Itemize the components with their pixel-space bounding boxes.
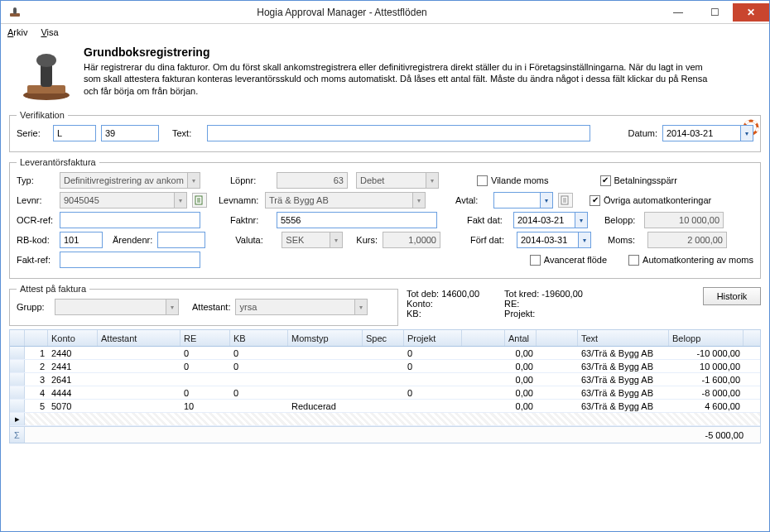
cell-text[interactable]: 63/Trä & Bygg AB bbox=[578, 388, 669, 398]
ovriga-auto-checkbox[interactable]: ✔ Övriga automatkonteringar bbox=[590, 195, 711, 206]
levnr-select[interactable] bbox=[60, 192, 174, 208]
betalsparr-checkbox[interactable]: ✔ Betalningsspärr bbox=[600, 175, 677, 186]
debkred-dropdown[interactable]: ▾ bbox=[426, 172, 439, 189]
levnr-lookup-button[interactable] bbox=[192, 193, 207, 208]
grupp-select[interactable] bbox=[55, 299, 166, 315]
row-handle[interactable] bbox=[10, 400, 25, 412]
avtal-dropdown[interactable]: ▾ bbox=[540, 192, 553, 208]
cell-antal[interactable]: 0,00 bbox=[462, 375, 537, 385]
datum-dropdown[interactable]: ▾ bbox=[740, 125, 753, 141]
avancerat-flode-label: Avancerat flöde bbox=[544, 255, 607, 265]
cell-re[interactable]: 0 bbox=[180, 362, 230, 371]
table-row[interactable]: 1 2440 0 0 0 0,00 63/Trä & Bygg AB -10 0… bbox=[10, 347, 760, 360]
serie-input[interactable] bbox=[53, 125, 96, 141]
faktref-input[interactable] bbox=[60, 252, 200, 268]
typ-dropdown[interactable]: ▾ bbox=[187, 172, 200, 189]
cell-projekt[interactable]: 0 bbox=[404, 362, 462, 371]
cell-momstyp[interactable]: Reducerad bbox=[288, 401, 363, 411]
avtal-lookup-button[interactable] bbox=[558, 193, 573, 208]
cell-text[interactable]: 63/Trä & Bygg AB bbox=[578, 401, 669, 411]
cell-text[interactable]: 63/Trä & Bygg AB bbox=[578, 362, 669, 371]
historik-button[interactable]: Historik bbox=[703, 287, 761, 305]
cell-kb[interactable]: 0 bbox=[230, 388, 288, 398]
maximize-button[interactable]: ☐ bbox=[696, 3, 733, 22]
table-row[interactable]: 4 4444 0 0 0 0,00 63/Trä & Bygg AB -8 00… bbox=[10, 386, 760, 400]
table-row[interactable]: 5 5070 10 Reducerad 0,00 63/Trä & Bygg A… bbox=[10, 400, 760, 413]
attestant-dropdown[interactable]: ▾ bbox=[354, 299, 368, 315]
levnamn-select[interactable] bbox=[265, 192, 412, 208]
cell-belopp[interactable]: 4 600,00 bbox=[669, 401, 744, 411]
cell-konto[interactable]: 5070 bbox=[48, 401, 98, 411]
forfdat-dropdown[interactable]: ▾ bbox=[578, 232, 591, 248]
faktdat-input[interactable] bbox=[513, 212, 575, 228]
cell-belopp[interactable]: 10 000,00 bbox=[669, 362, 744, 371]
menu-visa[interactable]: Visa bbox=[41, 27, 58, 37]
sigma-icon: Σ bbox=[10, 427, 25, 443]
cell-text[interactable]: 63/Trä & Bygg AB bbox=[578, 375, 669, 385]
cell-kb[interactable]: 0 bbox=[230, 362, 288, 371]
cell-konto[interactable]: 2440 bbox=[48, 348, 98, 358]
minimize-button[interactable]: — bbox=[660, 3, 696, 22]
datum-input[interactable] bbox=[662, 125, 740, 141]
cell-konto[interactable]: 4444 bbox=[48, 388, 98, 398]
avancerat-flode-checkbox[interactable]: Avancerat flöde bbox=[530, 255, 607, 266]
vilande-moms-checkbox[interactable]: Vilande moms bbox=[477, 175, 549, 186]
menu-arkiv[interactable]: Arkiv bbox=[7, 27, 27, 37]
cell-re[interactable]: 0 bbox=[180, 348, 230, 358]
col-text[interactable]: Text bbox=[578, 330, 669, 346]
col-spec[interactable]: Spec bbox=[363, 330, 404, 346]
cell-projekt[interactable]: 0 bbox=[404, 348, 462, 358]
cell-antal[interactable]: 0,00 bbox=[462, 401, 537, 411]
col-handle[interactable] bbox=[10, 330, 25, 346]
col-re[interactable]: RE bbox=[180, 330, 230, 346]
cell-re[interactable]: 10 bbox=[180, 401, 230, 411]
col-row[interactable] bbox=[25, 330, 48, 346]
avtal-select[interactable] bbox=[493, 192, 540, 208]
cell-belopp[interactable]: -1 600,00 bbox=[669, 375, 744, 385]
typ-select[interactable] bbox=[60, 172, 187, 189]
row-handle[interactable] bbox=[10, 386, 25, 399]
cell-projekt[interactable]: 0 bbox=[404, 388, 462, 398]
grupp-dropdown[interactable]: ▾ bbox=[166, 299, 179, 315]
grid-new-row[interactable]: ▸ bbox=[10, 413, 760, 426]
cell-antal[interactable]: 0,00 bbox=[462, 362, 537, 371]
cell-antal[interactable]: 0,00 bbox=[462, 348, 537, 358]
forfdat-input[interactable] bbox=[517, 232, 578, 248]
cell-kb[interactable]: 0 bbox=[230, 348, 288, 358]
cell-konto[interactable]: 2641 bbox=[48, 375, 98, 385]
row-handle[interactable] bbox=[10, 373, 25, 386]
valuta-dropdown[interactable]: ▾ bbox=[330, 232, 343, 248]
arendenr-input[interactable] bbox=[157, 232, 205, 248]
cell-antal[interactable]: 0,00 bbox=[462, 388, 537, 398]
col-projekt[interactable]: Projekt bbox=[404, 330, 462, 346]
cell-belopp[interactable]: -8 000,00 bbox=[669, 388, 744, 398]
col-momstyp[interactable]: Momstyp bbox=[288, 330, 363, 346]
faktdat-dropdown[interactable]: ▾ bbox=[575, 212, 588, 228]
row-handle[interactable] bbox=[10, 347, 25, 359]
levnamn-dropdown[interactable]: ▾ bbox=[412, 192, 426, 208]
col-attestant[interactable]: Attestant bbox=[98, 330, 180, 346]
text-input[interactable] bbox=[207, 125, 590, 141]
valuta-select[interactable] bbox=[282, 232, 330, 248]
table-row[interactable]: 2 2441 0 0 0 0,00 63/Trä & Bygg AB 10 00… bbox=[10, 360, 760, 373]
col-belopp[interactable]: Belopp bbox=[669, 330, 744, 346]
rbkod-input[interactable] bbox=[60, 232, 103, 248]
cell-konto[interactable]: 2441 bbox=[48, 362, 98, 371]
col-konto[interactable]: Konto bbox=[48, 330, 98, 346]
table-row[interactable]: 3 2641 0,00 63/Trä & Bygg AB -1 600,00 bbox=[10, 373, 760, 386]
attestant-select[interactable] bbox=[235, 299, 354, 315]
cell-text[interactable]: 63/Trä & Bygg AB bbox=[578, 348, 669, 358]
cell-belopp[interactable]: -10 000,00 bbox=[669, 348, 744, 358]
row-handle[interactable] bbox=[10, 360, 25, 372]
close-button[interactable]: ✕ bbox=[733, 3, 769, 22]
faktnr-input[interactable] bbox=[277, 212, 437, 228]
levnr-dropdown[interactable]: ▾ bbox=[174, 192, 187, 208]
debkred-select[interactable] bbox=[356, 172, 426, 189]
cell-re[interactable]: 0 bbox=[180, 388, 230, 398]
ocr-input[interactable] bbox=[60, 212, 200, 228]
serie-num-input[interactable] bbox=[101, 125, 159, 141]
col-antal[interactable]: Antal bbox=[462, 330, 537, 346]
col-kb[interactable]: KB bbox=[230, 330, 288, 346]
cell-n: 1 bbox=[25, 348, 48, 358]
automatkont-moms-checkbox[interactable]: Automatkontering av moms bbox=[628, 255, 753, 266]
